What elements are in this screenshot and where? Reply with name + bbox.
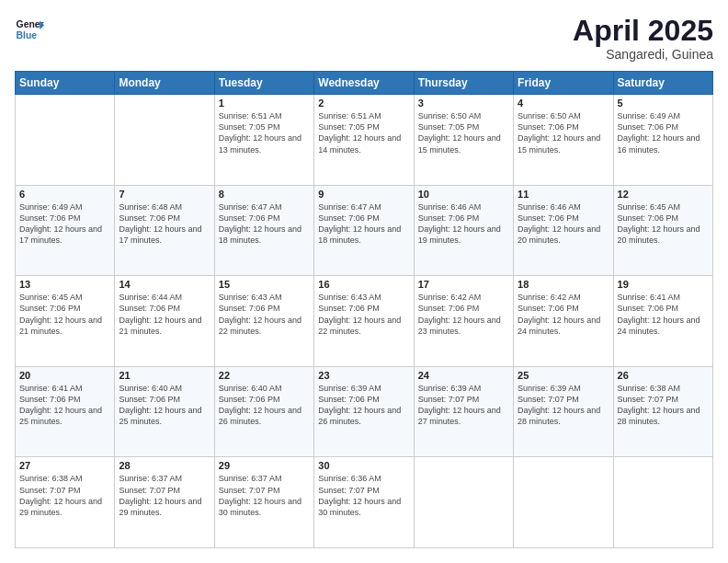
calendar-week-row-3: 13Sunrise: 6:45 AMSunset: 7:06 PMDayligh… [16,276,713,367]
day-info: Sunrise: 6:37 AMSunset: 7:07 PMDaylight:… [219,473,310,518]
day-number: 27 [19,460,110,471]
table-row: 15Sunrise: 6:43 AMSunset: 7:06 PMDayligh… [214,276,313,367]
day-number: 2 [318,98,409,109]
day-info: Sunrise: 6:36 AMSunset: 7:07 PMDaylight:… [318,473,409,518]
title-block: April 2025 Sangaredi, Guinea [573,15,713,62]
day-number: 20 [19,370,110,381]
table-row: 23Sunrise: 6:39 AMSunset: 7:06 PMDayligh… [314,366,414,457]
day-info: Sunrise: 6:50 AMSunset: 7:06 PMDaylight:… [518,110,609,155]
table-row: 4Sunrise: 6:50 AMSunset: 7:06 PMDaylight… [514,95,613,186]
day-info: Sunrise: 6:39 AMSunset: 7:07 PMDaylight:… [518,383,609,428]
month-year-title: April 2025 [573,15,713,47]
day-number: 1 [219,98,310,109]
day-number: 23 [318,370,409,381]
table-row: 28Sunrise: 6:37 AMSunset: 7:07 PMDayligh… [115,457,214,548]
day-info: Sunrise: 6:38 AMSunset: 7:07 PMDaylight:… [618,383,709,428]
day-info: Sunrise: 6:51 AMSunset: 7:05 PMDaylight:… [318,110,409,155]
day-number: 6 [19,189,110,200]
day-info: Sunrise: 6:42 AMSunset: 7:06 PMDaylight:… [418,292,509,337]
calendar-week-row-4: 20Sunrise: 6:41 AMSunset: 7:06 PMDayligh… [16,366,713,457]
table-row: 26Sunrise: 6:38 AMSunset: 7:07 PMDayligh… [613,366,712,457]
calendar-week-row-1: 1Sunrise: 6:51 AMSunset: 7:05 PMDaylight… [16,95,713,186]
table-row [414,457,513,548]
table-row: 16Sunrise: 6:43 AMSunset: 7:06 PMDayligh… [314,276,414,367]
day-number: 17 [418,279,509,290]
table-row: 2Sunrise: 6:51 AMSunset: 7:05 PMDaylight… [314,95,414,186]
day-number: 19 [618,279,709,290]
day-info: Sunrise: 6:43 AMSunset: 7:06 PMDaylight:… [219,292,310,337]
day-number: 3 [418,98,509,109]
day-info: Sunrise: 6:45 AMSunset: 7:06 PMDaylight:… [19,292,110,337]
day-info: Sunrise: 6:37 AMSunset: 7:07 PMDaylight:… [119,473,210,518]
table-row: 3Sunrise: 6:50 AMSunset: 7:05 PMDaylight… [414,95,513,186]
calendar-week-row-5: 27Sunrise: 6:38 AMSunset: 7:07 PMDayligh… [16,457,713,548]
table-row: 20Sunrise: 6:41 AMSunset: 7:06 PMDayligh… [16,366,115,457]
day-info: Sunrise: 6:42 AMSunset: 7:06 PMDaylight:… [518,292,609,337]
svg-text:Blue: Blue [17,30,38,40]
calendar-header-row: Sunday Monday Tuesday Wednesday Thursday… [16,72,713,95]
logo-icon: General Blue [15,15,44,44]
table-row: 9Sunrise: 6:47 AMSunset: 7:06 PMDaylight… [314,185,414,276]
day-number: 9 [318,189,409,200]
day-number: 25 [518,370,609,381]
day-info: Sunrise: 6:39 AMSunset: 7:07 PMDaylight:… [418,383,509,428]
day-number: 15 [219,279,310,290]
day-number: 7 [119,189,210,200]
col-friday: Friday [514,72,613,95]
calendar-week-row-2: 6Sunrise: 6:49 AMSunset: 7:06 PMDaylight… [16,185,713,276]
table-row [115,95,214,186]
day-info: Sunrise: 6:46 AMSunset: 7:06 PMDaylight:… [518,201,609,247]
table-row: 22Sunrise: 6:40 AMSunset: 7:06 PMDayligh… [214,366,313,457]
col-monday: Monday [115,72,214,95]
day-info: Sunrise: 6:41 AMSunset: 7:06 PMDaylight:… [19,383,110,428]
day-info: Sunrise: 6:46 AMSunset: 7:06 PMDaylight:… [418,201,509,247]
day-info: Sunrise: 6:51 AMSunset: 7:05 PMDaylight:… [219,110,310,155]
table-row: 14Sunrise: 6:44 AMSunset: 7:06 PMDayligh… [115,276,214,367]
page: General Blue April 2025 Sangaredi, Guine… [0,0,728,563]
day-info: Sunrise: 6:38 AMSunset: 7:07 PMDaylight:… [19,473,110,518]
day-info: Sunrise: 6:48 AMSunset: 7:06 PMDaylight:… [119,201,210,247]
table-row [514,457,613,548]
table-row: 24Sunrise: 6:39 AMSunset: 7:07 PMDayligh… [414,366,513,457]
day-number: 18 [518,279,609,290]
day-number: 16 [318,279,409,290]
table-row: 18Sunrise: 6:42 AMSunset: 7:06 PMDayligh… [514,276,613,367]
day-info: Sunrise: 6:43 AMSunset: 7:06 PMDaylight:… [318,292,409,337]
table-row: 1Sunrise: 6:51 AMSunset: 7:05 PMDaylight… [214,95,313,186]
day-number: 4 [518,98,609,109]
day-info: Sunrise: 6:40 AMSunset: 7:06 PMDaylight:… [119,383,210,428]
table-row: 13Sunrise: 6:45 AMSunset: 7:06 PMDayligh… [16,276,115,367]
location-subtitle: Sangaredi, Guinea [573,47,713,62]
table-row [16,95,115,186]
day-info: Sunrise: 6:39 AMSunset: 7:06 PMDaylight:… [318,383,409,428]
table-row [613,457,712,548]
table-row: 27Sunrise: 6:38 AMSunset: 7:07 PMDayligh… [16,457,115,548]
day-number: 14 [119,279,210,290]
header: General Blue April 2025 Sangaredi, Guine… [15,15,713,62]
day-number: 8 [219,189,310,200]
col-thursday: Thursday [414,72,513,95]
day-number: 13 [19,279,110,290]
day-info: Sunrise: 6:45 AMSunset: 7:06 PMDaylight:… [618,201,709,247]
day-number: 22 [219,370,310,381]
day-info: Sunrise: 6:44 AMSunset: 7:06 PMDaylight:… [119,292,210,337]
table-row: 10Sunrise: 6:46 AMSunset: 7:06 PMDayligh… [414,185,513,276]
day-info: Sunrise: 6:41 AMSunset: 7:06 PMDaylight:… [618,292,709,337]
calendar-table: Sunday Monday Tuesday Wednesday Thursday… [15,71,713,548]
table-row: 7Sunrise: 6:48 AMSunset: 7:06 PMDaylight… [115,185,214,276]
day-info: Sunrise: 6:47 AMSunset: 7:06 PMDaylight:… [219,201,310,247]
day-info: Sunrise: 6:50 AMSunset: 7:05 PMDaylight:… [418,110,509,155]
table-row: 12Sunrise: 6:45 AMSunset: 7:06 PMDayligh… [613,185,712,276]
table-row: 6Sunrise: 6:49 AMSunset: 7:06 PMDaylight… [16,185,115,276]
logo: General Blue [15,15,44,44]
day-info: Sunrise: 6:49 AMSunset: 7:06 PMDaylight:… [618,110,709,155]
col-sunday: Sunday [16,72,115,95]
day-number: 30 [318,460,409,471]
day-number: 28 [119,460,210,471]
day-info: Sunrise: 6:40 AMSunset: 7:06 PMDaylight:… [219,383,310,428]
table-row: 30Sunrise: 6:36 AMSunset: 7:07 PMDayligh… [314,457,414,548]
col-saturday: Saturday [613,72,712,95]
col-wednesday: Wednesday [314,72,414,95]
day-info: Sunrise: 6:49 AMSunset: 7:06 PMDaylight:… [19,201,110,247]
table-row: 17Sunrise: 6:42 AMSunset: 7:06 PMDayligh… [414,276,513,367]
